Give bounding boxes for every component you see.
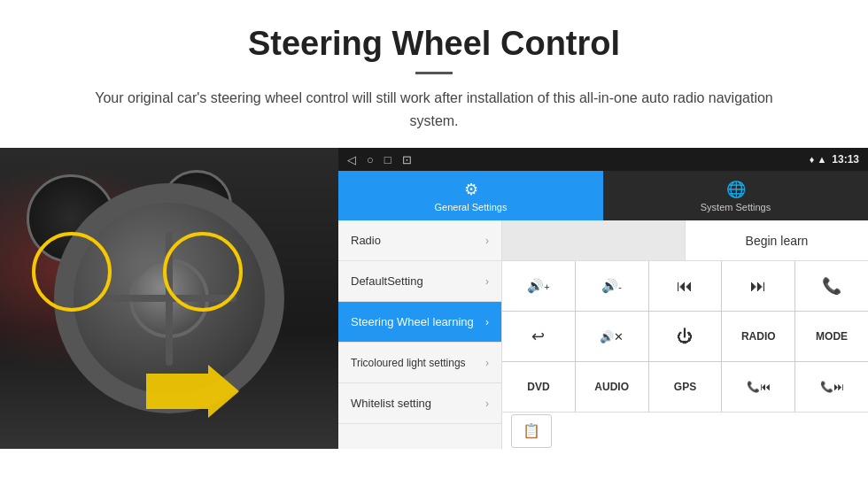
menu-default-label: DefaultSetting [351, 274, 423, 288]
mode-label: MODE [816, 330, 848, 343]
menu-item-default-setting[interactable]: DefaultSetting › [338, 261, 501, 302]
chevron-icon: › [485, 235, 489, 247]
menu-list: Radio › DefaultSetting › Steering Wheel … [338, 220, 502, 449]
menu-item-tricoloured[interactable]: Tricoloured light settings › [338, 343, 501, 383]
power-icon: ⏻ [677, 328, 693, 346]
main-area: Radio › DefaultSetting › Steering Wheel … [338, 220, 868, 449]
time-display: 13:13 [832, 153, 859, 166]
header-section: Steering Wheel Control Your original car… [0, 0, 868, 148]
control-row-bottom: 📋 [502, 412, 868, 449]
ctrl-vol-up[interactable]: 🔊+ [502, 261, 575, 311]
arrow-indicator [137, 360, 244, 422]
control-row-1: Begin learn [502, 220, 868, 261]
list-icon: 📋 [523, 422, 540, 439]
call-next-icon: 📞⏭ [820, 381, 844, 393]
begin-learn-button[interactable]: Begin learn [686, 220, 868, 260]
tab-system-settings[interactable]: 🌐 System Settings [603, 171, 868, 220]
title-divider [415, 72, 453, 74]
mute-icon: 🔊✕ [600, 330, 624, 343]
recents-nav-icon[interactable]: □ [384, 153, 391, 166]
back-nav-icon[interactable]: ◁ [347, 153, 356, 166]
prev-track-icon: ⏮ [677, 277, 693, 296]
ctrl-power[interactable]: ⏻ [649, 312, 722, 361]
ctrl-back[interactable]: ↩ [502, 312, 575, 361]
header-description: Your original car's steering wheel contr… [71, 87, 797, 132]
call-prev-icon: 📞⏮ [747, 381, 771, 393]
steering-wheel-image [0, 148, 338, 449]
chevron-icon: › [485, 316, 489, 328]
control-buttons-grid: 🔊+ 🔊- ⏮ ⏭ 📞 [502, 261, 868, 412]
radio-label: RADIO [741, 330, 776, 343]
back-icon: ↩ [531, 327, 545, 346]
page-wrapper: Steering Wheel Control Your original car… [0, 0, 868, 449]
ctrl-call-next[interactable]: 📞⏭ [795, 362, 868, 412]
content-section: ◁ ○ □ ⊡ ♦ ▲ 13:13 ⚙ General Settings 🌐 [0, 148, 868, 449]
menu-tricoloured-label: Tricoloured light settings [351, 357, 466, 369]
ctrl-prev-track[interactable]: ⏮ [649, 261, 722, 311]
tab-bar: ⚙ General Settings 🌐 System Settings [338, 171, 868, 220]
menu-radio-label: Radio [351, 234, 381, 247]
menu-whitelist-label: Whitelist setting [351, 397, 431, 410]
system-settings-icon: 🌐 [726, 180, 746, 199]
next-track-icon: ⏭ [750, 277, 766, 296]
chevron-icon: › [485, 357, 489, 369]
vol-down-icon: 🔊- [601, 278, 622, 294]
menu-item-steering-wheel[interactable]: Steering Wheel learning › [338, 302, 501, 343]
status-bar-nav: ◁ ○ □ ⊡ [347, 153, 412, 166]
menu-item-radio[interactable]: Radio › [338, 220, 501, 261]
ctrl-next-track[interactable]: ⏭ [722, 261, 794, 311]
control-area: Begin learn 🔊+ 🔊- ⏮ [502, 220, 868, 449]
tab-general-label: General Settings [435, 202, 508, 212]
ctrl-radio-btn[interactable]: RADIO [722, 312, 794, 361]
ctrl-call-prev[interactable]: 📞⏮ [722, 362, 794, 412]
vol-up-icon: 🔊+ [527, 278, 549, 294]
home-nav-icon[interactable]: ○ [367, 153, 374, 166]
chevron-icon: › [485, 397, 489, 410]
menu-nav-icon[interactable]: ⊡ [402, 153, 412, 166]
chevron-icon: › [485, 275, 489, 288]
audio-label: AUDIO [594, 381, 629, 393]
ctrl-vol-down[interactable]: 🔊- [576, 261, 648, 311]
empty-input-box [502, 220, 686, 260]
ctrl-dvd-btn[interactable]: DVD [502, 362, 575, 412]
menu-steering-label: Steering Wheel learning [351, 315, 474, 328]
status-bar: ◁ ○ □ ⊡ ♦ ▲ 13:13 [338, 148, 868, 171]
ctrl-audio-btn[interactable]: AUDIO [576, 362, 648, 412]
dvd-label: DVD [527, 381, 549, 393]
svg-marker-0 [146, 365, 239, 418]
android-panel: ◁ ○ □ ⊡ ♦ ▲ 13:13 ⚙ General Settings 🌐 [338, 148, 868, 449]
tab-system-label: System Settings [701, 202, 771, 212]
signal-icon: ♦ ▲ [810, 154, 827, 165]
tab-general-settings[interactable]: ⚙ General Settings [338, 171, 603, 220]
ctrl-mode-btn[interactable]: MODE [795, 312, 868, 361]
ctrl-list-icon[interactable]: 📋 [511, 414, 552, 448]
status-bar-info: ♦ ▲ 13:13 [810, 153, 859, 166]
menu-item-whitelist[interactable]: Whitelist setting › [338, 383, 501, 424]
ctrl-phone[interactable]: 📞 [795, 261, 868, 311]
ctrl-mute[interactable]: 🔊✕ [576, 312, 648, 361]
general-settings-icon: ⚙ [464, 180, 478, 199]
highlight-circle-right [163, 232, 243, 312]
ctrl-gps-btn[interactable]: GPS [649, 362, 722, 412]
page-title: Steering Wheel Control [71, 25, 797, 63]
highlight-circle-left [32, 232, 112, 312]
gps-label: GPS [674, 381, 696, 393]
phone-icon: 📞 [822, 276, 841, 296]
